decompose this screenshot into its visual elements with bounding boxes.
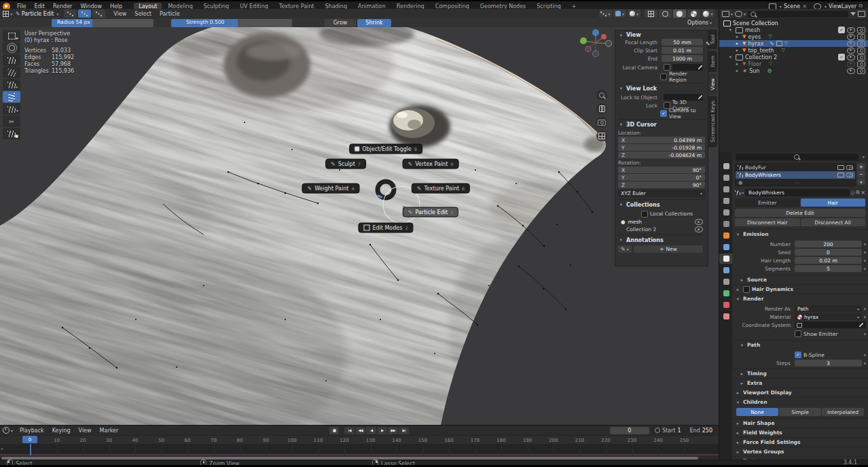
- section-path-header[interactable]: ▾Path: [732, 340, 868, 349]
- section-children-header[interactable]: ▾Children: [732, 397, 868, 407]
- viewport-menu-select[interactable]: Select: [130, 11, 156, 17]
- pie-item-texture-paint[interactable]: ✎ Texture Paint6: [412, 184, 470, 194]
- timeline-menu-view[interactable]: View: [75, 428, 96, 434]
- hide-eye-icon[interactable]: [847, 41, 855, 47]
- cursor-rotation-y-field[interactable]: Y0°: [618, 174, 705, 181]
- material-dropdown[interactable]: hyrax▾: [795, 313, 862, 320]
- disconnect-hair-button[interactable]: Disconnect Hair: [735, 218, 800, 226]
- strength-slider[interactable]: Strength 0.500: [171, 19, 292, 27]
- cursor-location-y-field[interactable]: Y-0.01928 m: [618, 144, 705, 151]
- bspline-checkbox[interactable]: [795, 351, 801, 358]
- animate-dot[interactable]: [864, 260, 866, 262]
- properties-options-dropdown[interactable]: ▾: [863, 154, 865, 159]
- children-option-interpolated[interactable]: Interpolated: [822, 408, 864, 416]
- render-visibility-icon[interactable]: [857, 41, 865, 47]
- panel-header-view-lock[interactable]: ▾View Lock: [618, 83, 705, 93]
- outliner-row-eyes[interactable]: ▸▼ eyes ▽: [719, 33, 868, 40]
- render-as-dropdown[interactable]: Path▾: [795, 305, 862, 312]
- pie-item-edit-modes[interactable]: Edit Modes2: [358, 223, 413, 233]
- hide-eye-icon[interactable]: [847, 34, 855, 40]
- section-force-field-settings[interactable]: ▸Force Field Settings: [732, 437, 868, 447]
- section-hair-dynamics[interactable]: ▸Hair Dynamics: [732, 284, 868, 294]
- rotation-order-dropdown[interactable]: XYZ Euler▾: [618, 190, 705, 197]
- expand-arrow[interactable]: ▸: [734, 68, 740, 73]
- hair-dynamics-checkbox[interactable]: [743, 286, 750, 293]
- animate-dot[interactable]: [864, 354, 866, 356]
- render-visibility-icon[interactable]: [857, 61, 865, 67]
- sidebar-tab-view[interactable]: View: [708, 73, 717, 95]
- tool-length[interactable]: [3, 91, 20, 103]
- new-annotation-button[interactable]: +New: [634, 245, 703, 253]
- timeline-editor-type-button[interactable]: ▾: [3, 427, 13, 434]
- exclude-checkbox[interactable]: [838, 27, 845, 33]
- play-reverse-button[interactable]: ◀: [366, 427, 376, 434]
- animate-dot[interactable]: [864, 308, 866, 310]
- type-tab-hair[interactable]: Hair: [801, 198, 866, 207]
- eye-icon[interactable]: [695, 226, 703, 232]
- tool-select-box[interactable]: ▸: [3, 30, 20, 41]
- animate-dot[interactable]: [864, 252, 866, 254]
- properties-tab-texture[interactable]: [719, 311, 733, 322]
- local-camera-checkbox[interactable]: [664, 64, 670, 71]
- hide-eye-icon[interactable]: [847, 48, 855, 54]
- properties-tab-view-layer[interactable]: [719, 196, 733, 206]
- cursor-location-x-field[interactable]: X0.04399 m: [618, 137, 705, 143]
- children-option-none[interactable]: None: [736, 408, 778, 416]
- hide-eye-icon[interactable]: [847, 68, 855, 74]
- auto-keying-button[interactable]: [329, 427, 339, 434]
- focal-length-field[interactable]: 50 mm: [662, 39, 703, 46]
- local-collections-checkbox[interactable]: [641, 211, 648, 218]
- animate-dot[interactable]: [864, 316, 866, 318]
- shading-wireframe-button[interactable]: [659, 10, 672, 18]
- properties-tab-tool[interactable]: [719, 161, 733, 171]
- properties-tab-world[interactable]: [719, 219, 733, 229]
- particle-specials-dropdown[interactable]: ▾: [857, 178, 865, 185]
- panel-header-collections[interactable]: ▾Collections: [618, 199, 705, 209]
- section-emission-header[interactable]: ▾Emission: [732, 229, 868, 239]
- play-button[interactable]: ▶: [377, 427, 387, 434]
- viewport-menu-particle[interactable]: Particle: [156, 11, 184, 17]
- tool-weight[interactable]: ●: [3, 128, 20, 139]
- jump-to-end-button[interactable]: ▶|: [399, 427, 409, 434]
- disconnect-all-button[interactable]: Disconnect All: [801, 218, 866, 226]
- timeline-ruler[interactable]: 0 10203040506070809010011012013014015016…: [0, 435, 719, 444]
- pie-item-sculpt[interactable]: ✎ Sculpt7: [325, 159, 366, 169]
- fake-user-shield-icon[interactable]: ◇: [851, 190, 855, 196]
- display-icon[interactable]: [837, 173, 844, 177]
- hide-eye-icon[interactable]: [847, 61, 855, 67]
- grow-button[interactable]: Grow: [325, 19, 356, 27]
- steps-field[interactable]: 3: [795, 360, 862, 366]
- number-field[interactable]: 200: [795, 241, 862, 247]
- properties-tab-constraints[interactable]: [719, 277, 733, 287]
- filter-funnel-icon[interactable]: [850, 12, 856, 16]
- playhead-frame-badge[interactable]: 0: [22, 436, 37, 443]
- snap-button[interactable]: ▾: [613, 10, 626, 18]
- expand-arrow[interactable]: ▸: [734, 41, 740, 46]
- tool-cut[interactable]: ✂: [3, 116, 20, 127]
- clip-start-field[interactable]: 0.01 m: [662, 47, 703, 54]
- section-viewport-display[interactable]: ▸Viewport Display: [732, 387, 868, 397]
- outliner-row-hyrax[interactable]: ✎ ▸▼ hyrax ✎ ▽: [719, 40, 868, 47]
- cursor-location-z-field[interactable]: Z-0.004624 m: [618, 152, 705, 158]
- timeline-track[interactable]: ▸: [0, 444, 719, 455]
- shading-rendered-button[interactable]: ▾: [702, 10, 715, 18]
- previous-keyframe-button[interactable]: ◀◀: [355, 427, 365, 434]
- show-emitter-checkbox[interactable]: [795, 330, 801, 337]
- render-visibility-icon[interactable]: [857, 68, 865, 74]
- delete-edit-button[interactable]: Delete Edit: [735, 209, 865, 217]
- sidebar-tab-screencast-keys[interactable]: Screencast Keys: [708, 96, 717, 147]
- expand-arrow[interactable]: ▸: [734, 61, 740, 67]
- timeline-menu-playback[interactable]: Playback: [16, 428, 48, 434]
- tool-smooth[interactable]: [3, 67, 20, 78]
- next-keyframe-button[interactable]: ▶▶: [388, 427, 398, 434]
- pan-view-button[interactable]: [596, 103, 607, 114]
- playhead-line[interactable]: [30, 444, 31, 455]
- frame-end-field[interactable]: End250: [687, 427, 716, 434]
- hair-length-field[interactable]: 0.02 m: [795, 257, 862, 264]
- options-dropdown[interactable]: Options▾: [687, 20, 712, 26]
- pie-item-vertex-paint[interactable]: ✎ Vertex Paint9: [403, 159, 459, 169]
- type-tab-emitter[interactable]: Emitter: [735, 198, 800, 207]
- timeline-menu-marker[interactable]: Marker: [96, 428, 123, 434]
- overlays-button[interactable]: ▾: [628, 10, 640, 18]
- section-timing[interactable]: ▸Timing: [732, 368, 868, 378]
